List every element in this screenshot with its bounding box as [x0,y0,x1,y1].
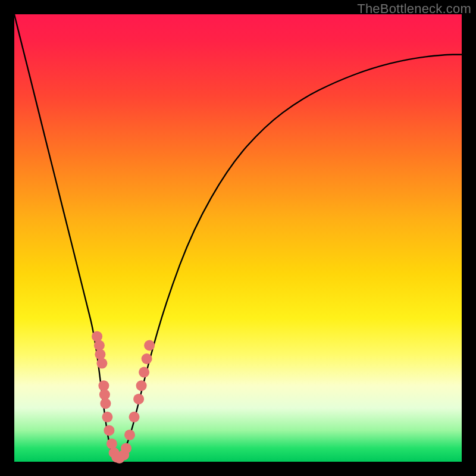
outer-frame: TheBottleneck.com [0,0,476,476]
marker-dot [133,394,144,405]
marker-dot [104,425,114,436]
marker-dot [107,439,117,449]
marker-dot [139,367,149,378]
marker-dot [129,412,140,422]
marker-dot [95,349,105,360]
marker-dot [136,380,147,391]
marker-dot [124,430,135,440]
curve-layer [14,14,462,461]
bottleneck-curve [14,14,462,461]
marker-dots [92,331,155,464]
plot-area [14,14,462,462]
chart-svg [14,14,462,462]
marker-dot [121,443,131,453]
marker-dot [100,398,111,409]
marker-dot [144,340,155,351]
marker-dot [142,353,152,364]
watermark-text: TheBottleneck.com [357,1,471,17]
marker-dot [102,412,112,422]
marker-dot [96,358,107,369]
marker-dot [92,331,102,342]
